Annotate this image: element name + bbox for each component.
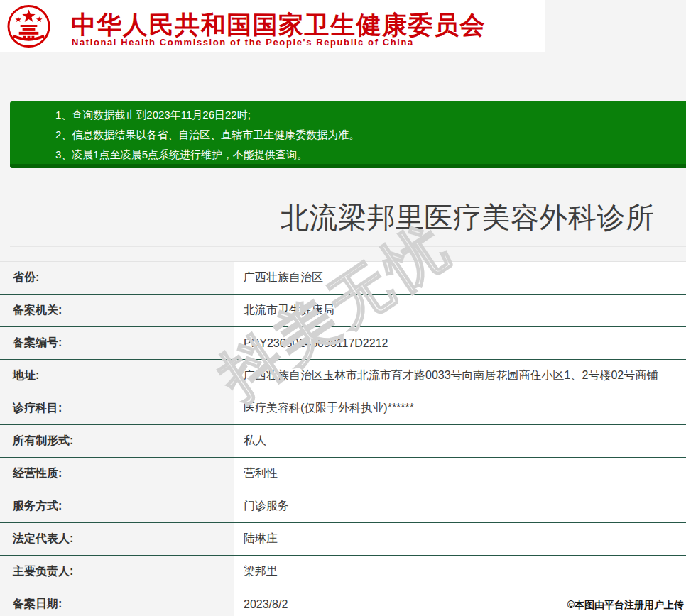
record-row: 经营性质: 营利性 (0, 458, 686, 490)
record-row-label: 诊疗科目: (0, 392, 234, 424)
upload-credit-text: ©本图由平台注册用户上传 (567, 599, 684, 612)
record-row-value: 广西壮族自治区玉林市北流市育才路0033号向南居花园商住小区1、2号楼02号商铺 (234, 360, 686, 392)
record-row-value: PDY23080145098117D2212 (234, 327, 686, 359)
record-row-value: 医疗美容科(仅限于外科执业)****** (234, 392, 686, 424)
title-divider (10, 246, 686, 247)
record-row-value: 营利性 (234, 458, 686, 490)
record-row-label: 备案编号: (0, 327, 234, 359)
record-row: 备案编号: PDY23080145098117D2212 (0, 327, 686, 360)
record-row-value: 梁邦里 (234, 556, 686, 588)
record-row-label: 服务方式: (0, 490, 234, 522)
national-emblem-icon (6, 3, 51, 50)
record-row-label: 主要负责人: (0, 556, 234, 588)
record-row: 诊疗科目: 医疗美容科(仅限于外科执业)****** (0, 392, 686, 425)
record-row: 主要负责人: 梁邦里 (0, 556, 686, 588)
record-row-value: 北流市卫生健康局 (234, 295, 686, 326)
record-row-label: 所有制形式: (0, 425, 234, 457)
record-row-value: 陆琳庄 (234, 523, 686, 555)
notice-line-2: 2、信息数据结果以各省、自治区、直辖市卫生健康委数据为准。 (10, 125, 686, 145)
record-row-label: 备案日期: (0, 588, 234, 616)
record-row: 法定代表人: 陆琳庄 (0, 523, 686, 556)
record-row: 省份: 广西壮族自治区 (0, 262, 686, 295)
health-commission-record-page: 中华人民共和国国家卫生健康委员会 National Health Commiss… (0, 0, 686, 616)
record-table: 省份: 广西壮族自治区 备案机关: 北流市卫生健康局 备案编号: PDY2308… (0, 261, 686, 616)
notice-line-3: 3、凌晨1点至凌晨5点系统进行维护，不能提供查询。 (10, 145, 686, 165)
record-row: 服务方式: 门诊服务 (0, 490, 686, 523)
clinic-title: 北流梁邦里医疗美容外科诊所 (281, 198, 655, 237)
record-row: 备案机关: 北流市卫生健康局 (0, 295, 686, 327)
record-row-label: 经营性质: (0, 458, 234, 490)
record-row-value: 广西壮族自治区 (234, 262, 686, 294)
notice-line-1: 1、查询数据截止到2023年11月26日22时; (10, 101, 686, 125)
record-row-label: 省份: (0, 262, 234, 294)
record-row-label: 法定代表人: (0, 523, 234, 555)
org-title-en: National Health Commission of the People… (72, 37, 414, 48)
header-divider (0, 87, 686, 87)
site-banner: 中华人民共和国国家卫生健康委员会 National Health Commiss… (0, 0, 545, 52)
record-row-value: 门诊服务 (234, 490, 686, 522)
notice-box: 1、查询数据截止到2023年11月26日22时; 2、信息数据结果以各省、自治区… (10, 101, 686, 168)
record-row: 所有制形式: 私人 (0, 425, 686, 458)
record-row-label: 备案机关: (0, 295, 234, 326)
record-row-label: 地址: (0, 360, 234, 392)
record-row: 地址: 广西壮族自治区玉林市北流市育才路0033号向南居花园商住小区1、2号楼0… (0, 360, 686, 392)
record-row-value: 私人 (234, 425, 686, 457)
